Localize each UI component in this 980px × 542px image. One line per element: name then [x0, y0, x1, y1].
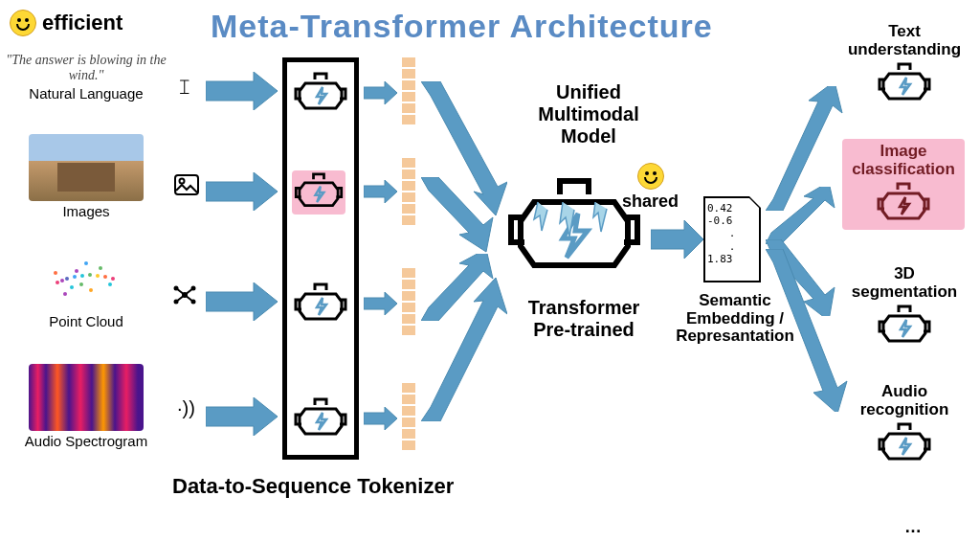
emb-val-3: . — [707, 240, 757, 253]
svg-line-28 — [185, 295, 193, 302]
svg-line-26 — [185, 288, 193, 295]
output-pc-engine — [878, 305, 931, 349]
arrow-tok-seq-3 — [364, 292, 397, 315]
svg-point-12 — [70, 285, 74, 289]
svg-marker-34 — [364, 180, 397, 203]
svg-point-11 — [75, 269, 78, 273]
input-text-label: Natural Language — [0, 85, 172, 102]
tokenizer-engine-image — [292, 170, 345, 215]
input-image: Images — [0, 134, 172, 219]
picture-icon — [174, 172, 199, 202]
input-pointcloud-label: Point Cloud — [0, 313, 172, 329]
diagram-title: Meta-Transformer Architecture — [211, 8, 713, 45]
token-sequence-pc — [402, 268, 415, 335]
arrow-out-image — [766, 187, 842, 244]
output-pc-label: 3D segmentation — [847, 265, 962, 301]
input-text-quote: "The answer is blowing in the wind." — [0, 53, 172, 83]
svg-marker-30 — [206, 172, 278, 211]
input-audio: Audio Spectrogram — [0, 364, 172, 449]
smiley-icon — [637, 163, 664, 190]
output-audio-engine — [878, 422, 931, 466]
input-text: "The answer is blowing in the wind." Nat… — [0, 53, 172, 102]
smiley-icon — [10, 10, 36, 36]
svg-marker-31 — [206, 282, 278, 321]
svg-marker-33 — [364, 81, 397, 104]
output-text: Text understanding — [847, 23, 962, 106]
output-image-engine — [877, 182, 930, 226]
tokenizer-engine-audio — [294, 397, 347, 441]
arrow-text-to-tokenizer — [206, 72, 278, 110]
sound-icon: ·)) — [177, 397, 195, 419]
svg-marker-40 — [421, 278, 507, 421]
shared-badge: shared — [622, 163, 679, 212]
arrow-tok-seq-1 — [364, 81, 397, 104]
output-audio-label: Audio recognition — [847, 383, 962, 418]
emb-val-1: -0.6 — [707, 215, 757, 227]
svg-point-2 — [56, 281, 59, 284]
input-audio-thumb — [29, 364, 144, 431]
embedding-vector: 0.42 -0.6 . . 1.83 — [703, 196, 761, 282]
tokenizer-engine-pc — [294, 282, 347, 327]
svg-point-3 — [60, 279, 64, 282]
graph-node-icon — [172, 282, 197, 313]
svg-marker-35 — [364, 292, 397, 315]
frozen-transformer-engine — [507, 177, 641, 282]
output-image-label: Image classification — [846, 143, 961, 178]
input-image-thumb — [29, 134, 144, 201]
svg-marker-38 — [421, 177, 493, 252]
token-sequence-text — [402, 57, 415, 124]
text-cursor-icon: 𝙸 — [177, 75, 192, 100]
arrow-seq-model-2 — [421, 177, 498, 254]
input-image-label: Images — [0, 203, 172, 219]
svg-marker-32 — [206, 397, 278, 436]
output-more: … — [904, 517, 922, 537]
emb-val-2: . — [707, 227, 757, 239]
svg-point-5 — [73, 275, 77, 279]
svg-line-27 — [176, 295, 185, 302]
arrow-audio-to-tokenizer — [206, 397, 278, 436]
svg-rect-0 — [175, 175, 198, 194]
arrow-image-to-tokenizer — [206, 172, 278, 211]
svg-point-15 — [89, 288, 93, 292]
input-audio-label: Audio Spectrogram — [0, 433, 172, 449]
svg-point-17 — [99, 266, 102, 270]
emb-val-0: 0.42 — [707, 202, 757, 215]
arrow-model-embedding — [651, 220, 703, 259]
efficient-label: efficient — [42, 11, 122, 35]
arrow-pc-to-tokenizer — [206, 282, 278, 321]
output-image: Image classification — [842, 139, 965, 230]
input-pointcloud-thumb — [29, 244, 144, 311]
unified-model-label: UnifiedMultimodalModel — [517, 81, 660, 147]
transformer-pretrained-label: TransformerPre-trained — [507, 297, 660, 341]
input-pointcloud: Point Cloud — [0, 244, 172, 329]
svg-point-9 — [103, 275, 107, 279]
svg-point-18 — [108, 282, 112, 286]
output-text-label: Text understanding — [847, 23, 962, 58]
token-sequence-audio — [402, 383, 415, 450]
shared-label: shared — [622, 192, 679, 212]
svg-point-16 — [63, 292, 67, 296]
svg-line-25 — [176, 288, 185, 295]
svg-point-8 — [96, 274, 100, 278]
svg-point-19 — [54, 271, 57, 275]
svg-point-13 — [79, 282, 83, 286]
efficient-badge: efficient — [10, 10, 122, 36]
arrow-seq-model-4 — [421, 278, 507, 421]
svg-point-14 — [84, 261, 88, 265]
svg-point-4 — [65, 277, 69, 281]
output-pc: 3D segmentation — [847, 265, 962, 349]
tokenizer-label: Data-to-Sequence Tokenizer — [172, 474, 454, 499]
svg-marker-36 — [364, 407, 397, 430]
svg-marker-29 — [206, 72, 278, 110]
svg-marker-45 — [766, 249, 847, 412]
emb-val-4: 1.83 — [707, 253, 757, 265]
arrow-tok-seq-4 — [364, 407, 397, 430]
svg-marker-43 — [766, 187, 835, 244]
svg-point-1 — [180, 179, 185, 184]
token-sequence-image — [402, 158, 415, 225]
output-text-engine — [878, 62, 931, 106]
svg-point-7 — [88, 273, 92, 277]
tokenizer-engine-text — [294, 72, 347, 116]
svg-point-6 — [80, 274, 84, 278]
arrow-out-audio — [766, 249, 852, 412]
